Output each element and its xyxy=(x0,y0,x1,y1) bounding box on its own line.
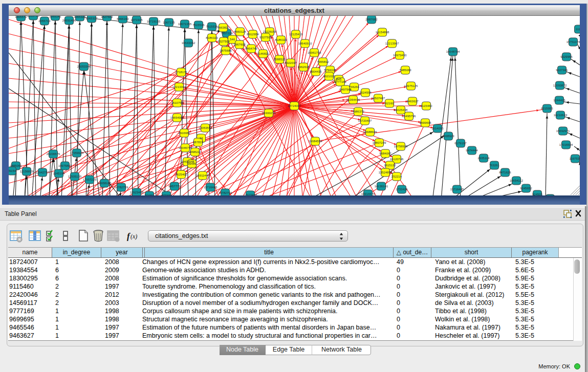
svg-text:763261: 763261 xyxy=(489,164,500,167)
svg-text:1614095: 1614095 xyxy=(431,127,444,130)
svg-text:6497568: 6497568 xyxy=(339,88,352,91)
svg-text:9327508: 9327508 xyxy=(217,40,230,43)
svg-text:1905572: 1905572 xyxy=(15,16,27,18)
svg-text:25300275: 25300275 xyxy=(262,112,276,115)
svg-text:13: 13 xyxy=(200,137,203,140)
svg-text:10654112: 10654112 xyxy=(510,179,524,182)
svg-text:7663822: 7663822 xyxy=(217,26,229,29)
svg-text:2069141: 2069141 xyxy=(49,16,61,18)
svg-text:8215955: 8215955 xyxy=(541,107,553,110)
svg-text:14136141: 14136141 xyxy=(375,185,388,188)
svg-text:10719155: 10719155 xyxy=(147,20,161,23)
svg-text:4498222: 4498222 xyxy=(189,150,201,154)
svg-text:9463627: 9463627 xyxy=(406,100,419,103)
svg-text:12505135: 12505135 xyxy=(68,175,82,178)
svg-text:8660124: 8660124 xyxy=(234,30,246,33)
svg-text:1065327: 1065327 xyxy=(85,17,98,20)
svg-text:16782759: 16782759 xyxy=(115,186,128,189)
svg-text:7515536: 7515536 xyxy=(206,25,218,28)
svg-text:99489: 99489 xyxy=(188,162,197,165)
svg-text:546: 546 xyxy=(230,38,235,41)
svg-text:2887682: 2887682 xyxy=(365,18,378,21)
svg-text:12125419: 12125419 xyxy=(289,33,303,36)
svg-text:13524851: 13524851 xyxy=(379,171,393,174)
svg-text:7986372: 7986372 xyxy=(352,110,364,113)
svg-text:12093872: 12093872 xyxy=(553,84,567,87)
svg-text:9245652: 9245652 xyxy=(520,187,532,190)
svg-text:2718176: 2718176 xyxy=(175,71,187,74)
svg-text:12156829: 12156829 xyxy=(20,170,34,173)
svg-text:1071915: 1071915 xyxy=(130,18,143,21)
svg-text:12942757: 12942757 xyxy=(36,171,50,174)
svg-text:9327505: 9327505 xyxy=(259,36,272,39)
svg-text:21364436: 21364436 xyxy=(346,98,360,101)
svg-text:10507487: 10507487 xyxy=(372,97,385,100)
svg-text:9146821: 9146821 xyxy=(257,52,269,55)
svg-text:17359928: 17359928 xyxy=(70,151,84,155)
svg-text:8186323: 8186323 xyxy=(275,38,287,41)
svg-text:9474444: 9474444 xyxy=(466,149,478,152)
svg-text:9457771: 9457771 xyxy=(168,185,181,188)
svg-text:1588520: 1588520 xyxy=(273,58,286,61)
svg-text:(x): (x) xyxy=(130,233,137,240)
svg-text:16543362: 16543362 xyxy=(182,41,195,45)
svg-text:7955812: 7955812 xyxy=(317,60,329,63)
svg-text:1733426: 1733426 xyxy=(396,188,408,191)
svg-text:13353594: 13353594 xyxy=(199,126,212,129)
svg-text:18640910: 18640910 xyxy=(298,42,312,45)
svg-text:1244415: 1244415 xyxy=(553,99,565,102)
svg-text:9684067: 9684067 xyxy=(379,152,391,155)
svg-text:252214: 252214 xyxy=(391,175,402,178)
svg-text:10671355: 10671355 xyxy=(178,23,192,26)
svg-text:8471626: 8471626 xyxy=(499,171,511,174)
svg-text:16120746: 16120746 xyxy=(390,158,404,161)
svg-text:20206576: 20206576 xyxy=(47,152,60,156)
svg-text:16154808: 16154808 xyxy=(376,31,389,34)
svg-text:16210643: 16210643 xyxy=(554,114,568,117)
svg-text:1362615: 1362615 xyxy=(297,65,310,69)
svg-text:1112: 1112 xyxy=(576,28,580,31)
svg-text:10025438: 10025438 xyxy=(394,108,408,112)
svg-text:10973493: 10973493 xyxy=(393,54,407,57)
svg-text:1065326: 1065326 xyxy=(74,16,86,18)
svg-text:3024554: 3024554 xyxy=(359,91,372,94)
svg-text:25053346: 25053346 xyxy=(77,65,91,68)
svg-text:16911447: 16911447 xyxy=(196,174,210,177)
svg-text:15716485: 15716485 xyxy=(450,188,464,191)
svg-text:19654982: 19654982 xyxy=(170,116,184,119)
svg-text:12213369: 12213369 xyxy=(172,85,186,89)
svg-text:10688609: 10688609 xyxy=(363,130,377,134)
svg-text:7625402: 7625402 xyxy=(175,173,187,176)
svg-text:18807249: 18807249 xyxy=(373,141,386,144)
svg-text:17957225: 17957225 xyxy=(83,178,97,181)
svg-text:887833: 887833 xyxy=(193,141,204,144)
svg-text:17016504: 17016504 xyxy=(559,143,573,146)
svg-text:8322037: 8322037 xyxy=(285,61,297,64)
svg-text:19384554: 19384554 xyxy=(309,140,322,143)
svg-text:7515536: 7515536 xyxy=(192,24,205,27)
svg-text:2935114: 2935114 xyxy=(478,157,490,160)
svg-text:15720407: 15720407 xyxy=(358,119,372,122)
svg-text:23226058: 23226058 xyxy=(263,30,277,33)
svg-text:16782759: 16782759 xyxy=(219,191,232,194)
svg-text:6179197: 6179197 xyxy=(454,142,467,145)
svg-text:1527602: 1527602 xyxy=(101,16,113,18)
svg-text:8186323: 8186323 xyxy=(206,36,218,39)
svg-text:16648784: 16648784 xyxy=(446,50,460,53)
svg-text:16961758: 16961758 xyxy=(308,51,321,54)
svg-text:1621022: 1621022 xyxy=(323,75,335,78)
svg-text:13975125: 13975125 xyxy=(404,84,418,87)
svg-text:5794028: 5794028 xyxy=(324,69,336,72)
svg-text:9115460: 9115460 xyxy=(421,104,433,107)
svg-text:10958167: 10958167 xyxy=(98,182,112,185)
svg-text:8454749: 8454749 xyxy=(245,47,257,50)
svg-text:1885061: 1885061 xyxy=(10,164,22,167)
svg-text:2055713: 2055713 xyxy=(38,19,51,23)
svg-text:10046798: 10046798 xyxy=(179,146,192,149)
svg-text:1167534: 1167534 xyxy=(570,157,580,160)
svg-text:12923468: 12923468 xyxy=(130,191,144,194)
svg-text:1610755: 1610755 xyxy=(171,101,183,104)
svg-text:1875685: 1875685 xyxy=(220,49,232,52)
svg-text:2055718: 2055718 xyxy=(27,16,39,17)
svg-text:7485063: 7485063 xyxy=(399,69,411,72)
